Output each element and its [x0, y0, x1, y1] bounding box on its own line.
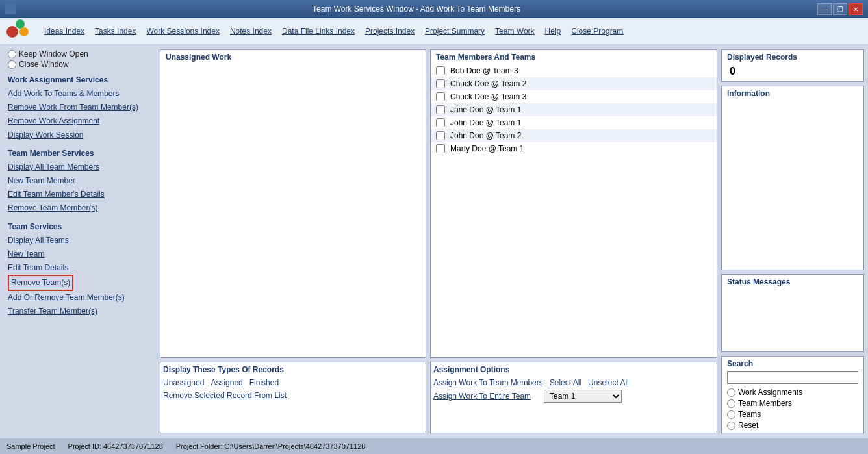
member-6-checkbox[interactable]	[436, 131, 445, 140]
sidebar-link-new-team-member[interactable]: New Team Member	[8, 174, 148, 188]
status-project-folder: Project Folder: C:\Users\Darren\Projects…	[176, 442, 366, 450]
keep-window-open-radio[interactable]: Keep Window Open	[8, 49, 148, 58]
member-4-label: Jane Doe @ Team 1	[450, 105, 521, 114]
menu-bar: Ideas Index Tasks Index Work Sessions In…	[0, 18, 868, 44]
sidebar-link-display-all-teams[interactable]: Display All Teams	[8, 234, 148, 247]
search-panel: Search Work Assignments Team Members Tea…	[721, 356, 864, 433]
displayed-records-value: 0	[727, 64, 858, 79]
type-unassigned-link[interactable]: Unassigned	[163, 378, 204, 387]
assignment-row-team: Assign Work To Entire Team Team 1 Team 2…	[433, 390, 714, 403]
team-member-row: Chuck Doe @ Team 3	[431, 90, 717, 103]
unassigned-work-content	[160, 64, 426, 357]
close-window-radio[interactable]: Close Window	[8, 60, 148, 69]
member-2-checkbox[interactable]	[436, 79, 445, 88]
information-panel: Information	[721, 86, 864, 270]
sidebar-link-remove-team-members[interactable]: Remove Team Member(s)	[8, 201, 148, 215]
member-7-checkbox[interactable]	[436, 144, 445, 153]
status-project-id: Project ID: 464273737071128	[68, 442, 163, 450]
search-team-members-radio[interactable]: Team Members	[727, 399, 858, 408]
work-assignment-services-title: Work Assignment Services	[8, 75, 148, 84]
status-messages-title: Status Messages	[727, 277, 858, 286]
logo-yellow-circle	[19, 27, 29, 36]
search-title: Search	[727, 359, 858, 368]
team-members-panel: Team Members And Teams Bob Doe @ Team 3 …	[430, 49, 717, 358]
sidebar-link-new-team[interactable]: New Team	[8, 247, 148, 261]
status-project: Sample Project	[6, 442, 55, 450]
main-layout: Keep Window Open Close Window Work Assig…	[0, 44, 868, 438]
member-3-label: Chuck Doe @ Team 3	[450, 92, 526, 101]
team-member-row: John Doe @ Team 2	[431, 129, 717, 142]
assign-to-team-link[interactable]: Assign Work To Entire Team	[433, 392, 537, 401]
sidebar-link-add-remove-team-members[interactable]: Add Or Remove Team Member(s)	[8, 291, 148, 305]
app-icon	[5, 4, 16, 14]
assign-to-members-link[interactable]: Assign Work To Team Members	[433, 378, 543, 387]
member-1-label: Bob Doe @ Team 3	[450, 66, 518, 75]
app-logo	[6, 19, 32, 43]
menu-ideas-index[interactable]: Ideas Index	[39, 25, 90, 37]
member-5-label: John Doe @ Team 1	[450, 118, 521, 127]
assignment-row-members: Assign Work To Team Members Select All U…	[433, 378, 714, 387]
menu-close-program[interactable]: Close Program	[566, 25, 628, 37]
center-panels: Team Members And Teams Bob Doe @ Team 3 …	[430, 49, 717, 433]
remove-selected-record-link[interactable]: Remove Selected Record From List	[163, 391, 423, 400]
search-radio-group: Work Assignments Team Members Teams Rese…	[727, 388, 858, 430]
member-2-label: Chuck Doe @ Team 2	[450, 79, 526, 88]
type-assigned-link[interactable]: Assigned	[211, 378, 242, 387]
member-4-checkbox[interactable]	[436, 105, 445, 114]
team-members-title: Team Members And Teams	[431, 50, 717, 64]
sidebar-link-edit-member-details[interactable]: Edit Team Member's Details	[8, 188, 148, 201]
member-6-label: John Doe @ Team 2	[450, 131, 521, 140]
status-messages-panel: Status Messages	[721, 274, 864, 352]
menu-tasks-index[interactable]: Tasks Index	[90, 25, 141, 37]
team-member-row: Marty Doe @ Team 1	[431, 142, 717, 155]
team-member-services-title: Team Member Services	[8, 149, 148, 158]
sidebar-link-transfer-team-members[interactable]: Transfer Team Member(s)	[8, 305, 148, 318]
close-window-button[interactable]: ✕	[849, 3, 863, 15]
search-reset-radio[interactable]: Reset	[727, 421, 858, 430]
menu-projects-index[interactable]: Projects Index	[360, 25, 420, 37]
menu-notes-index[interactable]: Notes Index	[225, 25, 277, 37]
member-5-checkbox[interactable]	[436, 118, 445, 127]
display-types-panel: Display These Types Of Records Unassigne…	[160, 362, 426, 433]
sidebar: Keep Window Open Close Window Work Assig…	[0, 44, 156, 438]
sidebar-link-remove-work-member[interactable]: Remove Work From Team Member(s)	[8, 101, 148, 114]
search-work-assignments-radio[interactable]: Work Assignments	[727, 388, 858, 397]
team-member-row: Jane Doe @ Team 1	[431, 103, 717, 116]
search-input[interactable]	[727, 371, 858, 384]
member-1-checkbox[interactable]	[436, 66, 445, 75]
team-dropdown[interactable]: Team 1 Team 2 Team 3	[544, 390, 622, 403]
menu-data-file-links-index[interactable]: Data File Links Index	[277, 25, 360, 37]
restore-button[interactable]: ❐	[833, 3, 847, 15]
team-member-row: Bob Doe @ Team 3	[431, 64, 717, 77]
type-finished-link[interactable]: Finished	[249, 378, 279, 387]
member-7-label: Marty Doe @ Team 1	[450, 144, 524, 153]
svg-rect-0	[5, 4, 16, 14]
team-services-title: Team Services	[8, 222, 148, 231]
sidebar-link-edit-team-details[interactable]: Edit Team Details	[8, 261, 148, 275]
unselect-all-link[interactable]: Unselect All	[588, 378, 629, 387]
team-member-row: Chuck Doe @ Team 2	[431, 77, 717, 90]
content-area: Unassigned Work Display These Types Of R…	[156, 44, 868, 438]
unassigned-work-panel: Unassigned Work	[160, 49, 426, 358]
sidebar-link-remove-work-assignment[interactable]: Remove Work Assignment	[8, 114, 148, 128]
select-all-link[interactable]: Select All	[550, 378, 581, 387]
search-teams-radio[interactable]: Teams	[727, 410, 858, 419]
title-bar-controls: — ❐ ✕	[817, 3, 863, 15]
menu-work-sessions-index[interactable]: Work Sessions Index	[141, 25, 225, 37]
sidebar-link-remove-teams[interactable]: Remove Team(s)	[8, 275, 73, 291]
sidebar-link-display-work-session[interactable]: Display Work Session	[8, 129, 148, 142]
title-bar: Team Work Services Window - Add Work To …	[0, 0, 868, 18]
menu-team-work[interactable]: Team Work	[490, 25, 539, 37]
right-panels: Displayed Records 0 Information Status M…	[721, 49, 864, 433]
menu-project-summary[interactable]: Project Summary	[420, 25, 490, 37]
menu-help[interactable]: Help	[540, 25, 567, 37]
displayed-records-title: Displayed Records	[727, 53, 858, 62]
status-bar: Sample Project Project ID: 4642737370711…	[0, 438, 868, 454]
window-options: Keep Window Open Close Window	[8, 49, 148, 69]
sidebar-link-display-all-members[interactable]: Display All Team Members	[8, 160, 148, 174]
displayed-records-panel: Displayed Records 0	[721, 49, 864, 82]
sidebar-link-add-work[interactable]: Add Work To Teams & Members	[8, 87, 148, 101]
member-3-checkbox[interactable]	[436, 92, 445, 101]
minimize-button[interactable]: —	[817, 3, 832, 15]
title-bar-text: Team Work Services Window - Add Work To …	[16, 5, 817, 14]
